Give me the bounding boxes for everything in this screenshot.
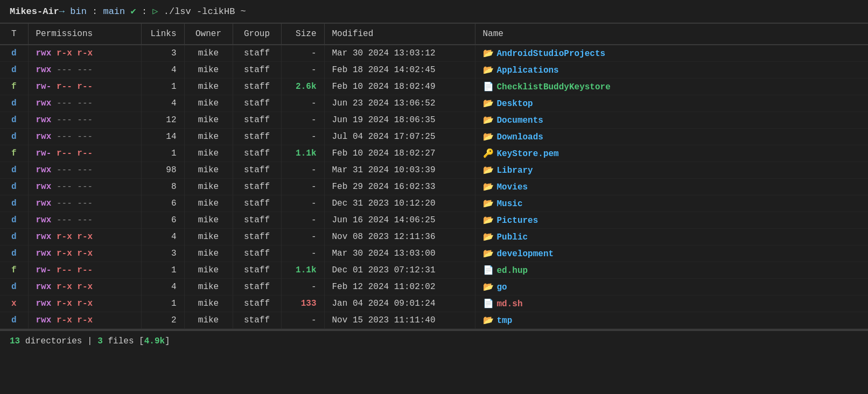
table-header: T Permissions Links Owner Group Size Mod… bbox=[0, 24, 868, 45]
footer-file-label: files bbox=[108, 336, 134, 346]
cell-modified: Dec 31 2023 10:12:20 bbox=[324, 195, 475, 212]
cell-type: d bbox=[0, 278, 28, 295]
cell-name: 📂development bbox=[475, 245, 868, 262]
cell-owner: mike bbox=[184, 295, 233, 312]
file-icon: 📂 bbox=[483, 283, 494, 292]
prompt-line: Mikes-Air→ bin : main ✔ : ▷ ./lsv -lcikH… bbox=[0, 0, 868, 23]
cell-size: - bbox=[281, 278, 324, 295]
cell-type: d bbox=[0, 128, 28, 145]
footer-total-size: 4.9k bbox=[144, 336, 165, 346]
cell-group: staff bbox=[233, 45, 281, 62]
cell-permissions: rwx r-x r-x bbox=[28, 295, 141, 312]
cell-type: d bbox=[0, 95, 28, 111]
cell-links: 4 bbox=[141, 95, 184, 111]
file-name: Applications bbox=[497, 66, 559, 75]
file-name: KeyStore.pem bbox=[497, 149, 559, 159]
table-row: drwx --- ---6mikestaff-Dec 31 2023 10:12… bbox=[0, 195, 868, 212]
file-name: Desktop bbox=[497, 99, 533, 109]
cell-type: d bbox=[0, 195, 28, 212]
footer-line: 13 directories | 3 files [4.9k] bbox=[0, 330, 868, 351]
cell-links: 3 bbox=[141, 245, 184, 262]
cell-links: 3 bbox=[141, 45, 184, 62]
cell-links: 1 bbox=[141, 295, 184, 312]
cell-type: d bbox=[0, 111, 28, 128]
file-icon: 📂 bbox=[483, 249, 494, 259]
cell-name: 📂go bbox=[475, 278, 868, 295]
col-header-links: Links bbox=[141, 24, 184, 45]
file-name: AndroidStudioProjects bbox=[497, 49, 606, 59]
cell-type: d bbox=[0, 61, 28, 78]
file-icon: 📂 bbox=[483, 316, 494, 326]
table-row: drwx --- ---6mikestaff-Jun 16 2024 14:06… bbox=[0, 212, 868, 228]
cell-group: staff bbox=[233, 161, 281, 178]
cell-type: d bbox=[0, 228, 28, 245]
cell-modified: Dec 01 2023 07:12:31 bbox=[324, 262, 475, 278]
cell-modified: Jun 16 2024 14:06:25 bbox=[324, 212, 475, 228]
cell-links: 4 bbox=[141, 61, 184, 78]
terminal-window: Mikes-Air→ bin : main ✔ : ▷ ./lsv -lcikH… bbox=[0, 0, 868, 394]
footer-pipe: | bbox=[87, 336, 97, 346]
cell-name: 📂AndroidStudioProjects bbox=[475, 45, 868, 62]
cell-modified: Feb 10 2024 18:02:49 bbox=[324, 78, 475, 95]
file-icon: 📂 bbox=[483, 132, 494, 142]
prompt-colon1: : bbox=[87, 6, 103, 17]
cell-links: 2 bbox=[141, 312, 184, 328]
file-name: ed.hup bbox=[497, 266, 528, 276]
cell-group: staff bbox=[233, 128, 281, 145]
table-row: frw- r-- r--1mikestaff1.1kFeb 10 2024 18… bbox=[0, 145, 868, 161]
cell-group: staff bbox=[233, 178, 281, 195]
file-name: Public bbox=[497, 233, 528, 242]
col-header-permissions: Permissions bbox=[28, 24, 141, 45]
cell-size: - bbox=[281, 111, 324, 128]
cell-permissions: rwx r-x r-x bbox=[28, 45, 141, 62]
cell-type: d bbox=[0, 312, 28, 328]
cell-size: - bbox=[281, 245, 324, 262]
cell-group: staff bbox=[233, 262, 281, 278]
cell-type: d bbox=[0, 212, 28, 228]
cell-size: - bbox=[281, 95, 324, 111]
file-icon: 📂 bbox=[483, 182, 494, 192]
cell-owner: mike bbox=[184, 195, 233, 212]
cell-links: 8 bbox=[141, 178, 184, 195]
file-icon: 🔑 bbox=[483, 149, 494, 159]
table-row: drwx r-x r-x3mikestaff-Mar 30 2024 13:03… bbox=[0, 45, 868, 62]
cell-owner: mike bbox=[184, 128, 233, 145]
cell-size: - bbox=[281, 178, 324, 195]
prompt-host: Mikes-Air bbox=[10, 6, 59, 17]
col-header-owner: Owner bbox=[184, 24, 233, 45]
cell-name: 📂Music bbox=[475, 195, 868, 212]
cell-permissions: rwx --- --- bbox=[28, 95, 141, 111]
footer-bracket-close: ] bbox=[165, 336, 170, 346]
cell-name: 📄ChecklistBuddyKeystore bbox=[475, 78, 868, 95]
table-row: drwx r-x r-x2mikestaff-Nov 15 2023 11:11… bbox=[0, 312, 868, 328]
cell-owner: mike bbox=[184, 145, 233, 161]
cell-size: - bbox=[281, 312, 324, 328]
cell-owner: mike bbox=[184, 228, 233, 245]
cell-group: staff bbox=[233, 312, 281, 328]
cell-permissions: rwx r-x r-x bbox=[28, 312, 141, 328]
header-row: T Permissions Links Owner Group Size Mod… bbox=[0, 24, 868, 45]
cell-group: staff bbox=[233, 278, 281, 295]
prompt-play: ▷ bbox=[152, 6, 158, 17]
cell-group: staff bbox=[233, 111, 281, 128]
cell-modified: Mar 31 2024 10:03:39 bbox=[324, 161, 475, 178]
table-row: drwx r-x r-x4mikestaff-Nov 08 2023 12:11… bbox=[0, 228, 868, 245]
file-icon: 📂 bbox=[483, 116, 494, 125]
cell-name: 📂Downloads bbox=[475, 128, 868, 145]
cell-size: - bbox=[281, 161, 324, 178]
table-row: drwx --- ---14mikestaff-Jul 04 2024 17:0… bbox=[0, 128, 868, 145]
cell-group: staff bbox=[233, 195, 281, 212]
cell-name: 📂Pictures bbox=[475, 212, 868, 228]
file-name: Movies bbox=[497, 182, 528, 192]
cell-permissions: rw- r-- r-- bbox=[28, 262, 141, 278]
cell-group: staff bbox=[233, 295, 281, 312]
file-icon: 📄 bbox=[483, 266, 494, 276]
file-name: development bbox=[497, 249, 554, 259]
cell-type: d bbox=[0, 161, 28, 178]
cell-owner: mike bbox=[184, 78, 233, 95]
cell-modified: Mar 30 2024 13:03:12 bbox=[324, 45, 475, 62]
col-header-t: T bbox=[0, 24, 28, 45]
col-header-modified: Modified bbox=[324, 24, 475, 45]
cell-permissions: rwx r-x r-x bbox=[28, 228, 141, 245]
cell-type: f bbox=[0, 145, 28, 161]
